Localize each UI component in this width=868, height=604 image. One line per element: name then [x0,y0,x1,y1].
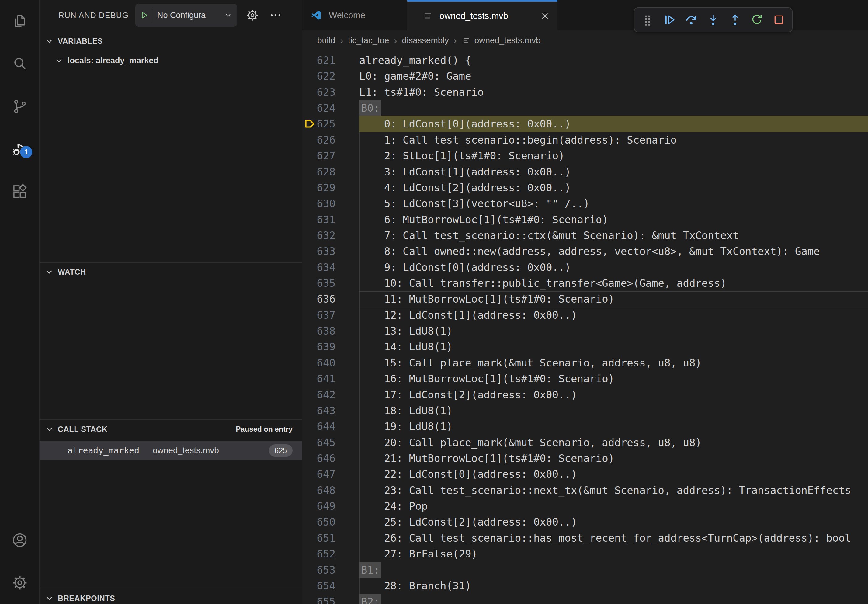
breakpoint-gutter[interactable] [302,435,316,451]
breakpoint-gutter[interactable] [302,100,316,116]
code-text[interactable]: 20: Call place_mark(&mut Scenario, addre… [359,435,868,451]
code-text[interactable]: 17: LdConst[2](address: 0x00..) [359,387,868,403]
line-number[interactable]: 643 [316,403,335,418]
code-text[interactable]: 12: LdConst[1](address: 0x00..) [359,307,868,323]
breakpoint-gutter[interactable] [302,307,316,323]
code-text[interactable]: 25: LdConst[2](address: 0x00..) [359,514,868,530]
debug-gear-button[interactable] [245,8,260,23]
line-number[interactable]: 627 [316,148,335,164]
breakpoints-section-header[interactable]: BREAKPOINTS [40,588,302,604]
more-actions-button[interactable] [268,8,283,23]
code-text[interactable]: B0: [359,100,868,116]
continue-button[interactable] [660,11,678,29]
line-number[interactable]: 624 [316,100,335,116]
code-text[interactable]: 23: Call test_scenario::next_tx(&mut Sce… [359,482,868,498]
breakpoint-gutter[interactable] [302,498,316,514]
line-number[interactable]: 651 [316,530,335,546]
code-text[interactable]: L1: ts#1#0: Scenario [359,84,868,100]
code-text[interactable]: 21: MutBorrowLoc[1](ts#1#0: Scenario) [359,451,868,466]
step-out-button[interactable] [726,11,744,29]
breakpoint-gutter[interactable] [302,259,316,275]
line-number[interactable]: 649 [316,498,335,514]
variables-section-header[interactable]: VARIABLES [40,32,302,51]
line-number[interactable]: 653 [316,562,335,578]
line-number[interactable]: 623 [316,84,335,100]
breadcrumb-item[interactable]: build [317,36,335,45]
line-number[interactable]: 622 [316,68,335,84]
code-text[interactable]: 10: Call transfer::public_transfer<Game>… [359,275,868,291]
sidebar-item-source-control[interactable] [0,85,39,128]
line-number[interactable]: 629 [316,180,335,195]
code-text[interactable]: B1: [359,562,868,578]
breakpoint-gutter[interactable] [302,530,316,546]
code-text[interactable]: 28: Branch(31) [359,578,868,594]
line-number[interactable]: 655 [316,594,335,604]
line-number[interactable]: 638 [316,323,335,339]
code-text[interactable]: 15: Call place_mark(&mut Scenario, addre… [359,355,868,371]
code-text[interactable]: 11: MutBorrowLoc[1](ts#1#0: Scenario) [359,291,868,307]
breakpoint-gutter[interactable] [302,578,316,594]
code-text[interactable]: B2: [359,594,868,604]
start-debug-icon[interactable] [135,8,153,23]
code-text[interactable]: 18: LdU8(1) [359,403,868,418]
code-text[interactable]: 0: LdConst[0](address: 0x00..) [359,116,868,132]
line-number[interactable]: 642 [316,387,335,403]
breakpoint-gutter[interactable] [302,212,316,228]
call-stack-section-header[interactable]: CALL STACK Paused on entry [40,420,302,437]
watch-section-header[interactable]: WATCH [40,262,302,279]
close-tab-button[interactable] [540,11,550,21]
line-number[interactable]: 625 [316,116,335,132]
line-number[interactable]: 640 [316,355,335,371]
debug-configuration-dropdown[interactable]: No Configura [135,4,237,27]
breakpoint-gutter[interactable] [302,180,316,195]
line-number[interactable]: 632 [316,228,335,243]
breakpoint-gutter[interactable] [302,418,316,434]
breadcrumb-item[interactable]: owned_tests.mvb [474,36,541,45]
breakpoint-gutter[interactable] [302,371,316,387]
breakpoint-gutter[interactable] [302,339,316,355]
line-number[interactable]: 634 [316,259,335,275]
breakpoint-gutter[interactable] [302,514,316,530]
code-text[interactable]: 7: Call test_scenario::ctx(&mut Scenario… [359,228,868,243]
line-number[interactable]: 621 [316,52,335,68]
sidebar-item-explorer[interactable] [0,0,39,43]
line-number[interactable]: 648 [316,482,335,498]
breakpoint-gutter[interactable] [302,195,316,211]
line-number[interactable]: 644 [316,418,335,434]
code-text[interactable]: L0: game#2#0: Game [359,68,868,84]
breakpoint-gutter[interactable] [302,403,316,418]
sidebar-item-extensions[interactable] [0,170,39,213]
breakpoint-gutter[interactable] [302,482,316,498]
code-text[interactable]: 8: Call owned::new(address, address, vec… [359,243,868,259]
code-text[interactable]: 9: LdConst[0](address: 0x00..) [359,259,868,275]
tab-owned-tests[interactable]: owned_tests.mvb [407,0,558,30]
line-number[interactable]: 647 [316,466,335,482]
step-into-button[interactable] [704,11,722,29]
code-text[interactable]: 27: BrFalse(29) [359,546,868,562]
breakpoint-gutter[interactable] [302,228,316,243]
code-text[interactable]: 1: Call test_scenario::begin(address): S… [359,132,868,148]
line-number[interactable]: 628 [316,164,335,180]
line-number[interactable]: 631 [316,212,335,228]
breakpoint-gutter[interactable] [302,132,316,148]
call-stack-frame[interactable]: already_marked owned_tests.mvb 625 [40,441,302,460]
breakpoint-gutter[interactable] [302,451,316,466]
line-number[interactable]: 633 [316,243,335,259]
breadcrumb-item[interactable]: disassembly [402,36,449,45]
breakpoint-gutter[interactable] [302,84,316,100]
code-text[interactable]: 19: LdU8(1) [359,418,868,434]
sidebar-item-run-and-debug[interactable]: 1 [0,128,39,170]
toolbar-drag-handle[interactable] [639,11,656,29]
breakpoint-gutter[interactable] [302,243,316,259]
code-text[interactable]: 3: LdConst[1](address: 0x00..) [359,164,868,180]
breakpoint-gutter[interactable] [302,323,316,339]
tab-welcome[interactable]: Welcome [302,0,407,30]
sidebar-item-search[interactable] [0,43,39,85]
line-number[interactable]: 646 [316,451,335,466]
breakpoint-gutter[interactable] [302,387,316,403]
breakpoint-gutter[interactable] [302,562,316,578]
code-text[interactable]: 26: Call test_scenario::has_most_recent_… [359,530,868,546]
line-number[interactable]: 650 [316,514,335,530]
code-text[interactable]: 22: LdConst[0](address: 0x00..) [359,466,868,482]
account-button[interactable] [0,519,39,561]
